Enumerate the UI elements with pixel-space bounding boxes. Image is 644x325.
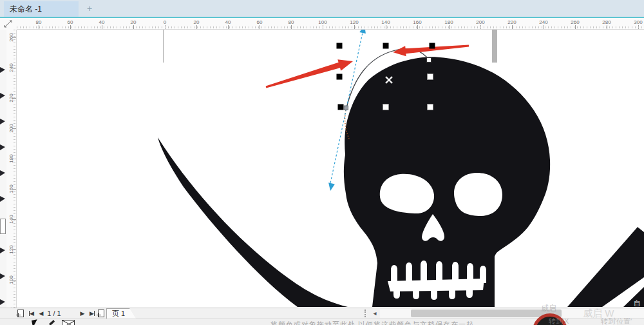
ruler-tick [480, 25, 481, 29]
ruler-label: 40 [95, 19, 108, 25]
add-page-front-icon[interactable] [17, 310, 24, 317]
drawing-canvas[interactable] [17, 30, 644, 308]
ruler-label: 180 [442, 19, 455, 25]
skull-crossbones-artwork[interactable] [158, 57, 644, 307]
ruler-tick [386, 25, 386, 29]
ruler-tick [323, 25, 323, 29]
new-document-plus-icon[interactable]: + [84, 3, 95, 14]
ruler-label: 260 [5, 31, 18, 44]
ruler-tick [12, 37, 16, 38]
selection-handle[interactable] [430, 43, 435, 49]
ruler-tick [449, 25, 450, 29]
ruler-label: 60 [64, 19, 77, 25]
toolbox-tool-icon[interactable] [0, 144, 5, 150]
toolbox-active-tool-button[interactable] [0, 219, 6, 234]
selection-handle[interactable] [428, 104, 433, 110]
ruler-tick [165, 25, 166, 29]
ruler-label: 260 [569, 19, 582, 25]
page-tab[interactable]: 页 1 [106, 308, 136, 319]
watermark-text: 自 [634, 299, 641, 308]
ruler-label: 40 [222, 19, 234, 25]
gesture-arrowhead-bottom-icon [328, 182, 335, 191]
ruler-label: 240 [5, 61, 18, 74]
ruler-label: 220 [5, 92, 18, 104]
tool-status-icon [49, 320, 55, 325]
document-tab-bar: 未命名 -1 + [0, 0, 644, 17]
ruler-tick [12, 280, 16, 281]
ruler-tick [607, 25, 607, 29]
next-page-button[interactable]: ▶ [79, 308, 86, 319]
curve-end-node[interactable] [427, 58, 431, 63]
add-page-back-icon[interactable] [98, 310, 104, 317]
ruler-tick [102, 25, 102, 29]
ruler-label: 20 [190, 19, 203, 25]
selection-handle[interactable] [383, 43, 389, 49]
previous-page-button[interactable]: ◀ [38, 308, 44, 319]
splitter-grip[interactable] [365, 310, 368, 317]
last-page-button[interactable]: ▶ [88, 308, 96, 319]
page-right-edge-shadow [492, 30, 497, 63]
ruler-label: 140 [379, 19, 392, 25]
ruler-tick [291, 25, 292, 29]
toolbox-tool-icon[interactable] [0, 248, 5, 253]
selection-handle[interactable] [338, 104, 344, 110]
ruler-tick [12, 68, 16, 68]
ruler-label: 200 [5, 122, 18, 135]
ruler-tick [512, 25, 513, 29]
selection-handle[interactable] [383, 104, 389, 110]
ruler-label: 100 [316, 19, 329, 25]
first-page-button[interactable]: ◀ [28, 308, 35, 319]
selection-handle[interactable] [337, 43, 343, 49]
ruler-label: 80 [285, 19, 298, 25]
document-tab[interactable]: 未命名 -1 [4, 1, 79, 17]
ruler-tick [70, 25, 71, 29]
gesture-arrowhead-top-icon [359, 30, 366, 34]
selection-handle[interactable] [428, 74, 433, 80]
ruler-label: 120 [348, 19, 361, 25]
toolbox-strip [0, 30, 6, 308]
ruler-label: 0 [158, 19, 171, 25]
ruler-tick [575, 25, 576, 29]
toolbox-tool-icon[interactable] [0, 119, 5, 124]
ruler-tick [12, 159, 16, 159]
ruler-horizontal[interactable]: 8060402002040608010012014016018020022024… [17, 18, 644, 30]
annotation-arrow-left-icon [266, 59, 353, 88]
ruler-label: 200 [474, 19, 487, 25]
ruler-label: 300 [632, 19, 644, 25]
ruler-origin-icon [5, 21, 12, 27]
ruler-tick [39, 25, 39, 29]
ruler-label: 160 [411, 19, 424, 25]
toolbox-tool-icon[interactable] [0, 93, 5, 99]
ruler-tick [133, 25, 134, 29]
ruler-label: 140 [5, 213, 18, 226]
ruler-tick [260, 25, 260, 29]
no-fill-swatch-icon [62, 320, 75, 325]
ruler-tick [417, 25, 418, 29]
ruler-vertical[interactable]: 26024022020018016014012010080 [6, 30, 17, 308]
ruler-tick [638, 25, 639, 29]
ruler-label: 80 [32, 19, 45, 25]
ruler-tick [12, 128, 16, 129]
toolbox-tool-icon[interactable] [0, 299, 5, 305]
ruler-tick [12, 98, 16, 99]
ruler-label: 100 [5, 273, 18, 286]
watermark-text: 转到'位置' [601, 317, 632, 325]
document-palette-hint: 将颜色或对象拖动至此处,以便将这些颜色与文档保存在一起 [270, 320, 474, 325]
ruler-label: 20 [127, 19, 140, 25]
ruler-label: 180 [5, 152, 18, 165]
ruler-tick [12, 219, 16, 220]
toolbox-tool-icon[interactable] [0, 67, 5, 73]
selection-handle[interactable] [337, 74, 343, 80]
scroll-left-button[interactable]: ◂ [370, 308, 379, 319]
page-indicator: 1 / 1 [45, 308, 63, 319]
ruler-label: 60 [253, 19, 266, 25]
toolbox-tool-icon[interactable] [0, 273, 5, 279]
toolbox-tool-icon[interactable] [0, 196, 5, 202]
ruler-label: 240 [537, 19, 550, 25]
horizontal-scrollbar-thumb[interactable] [411, 310, 562, 317]
watermark-text: 转到'X [549, 317, 569, 325]
toolbox-tool-icon[interactable] [0, 170, 5, 176]
curve-start-node[interactable] [344, 106, 348, 110]
ruler-origin-corner[interactable] [0, 18, 17, 30]
ruler-tick [544, 25, 544, 29]
